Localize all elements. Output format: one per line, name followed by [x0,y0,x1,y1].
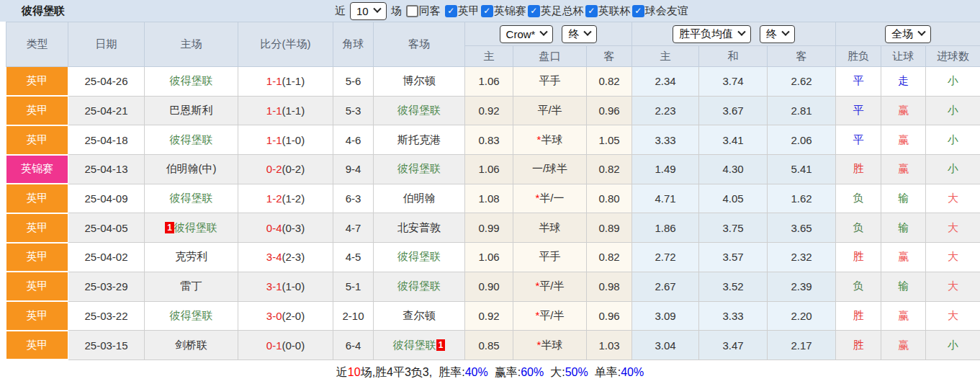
checkbox-checked-icon[interactable] [632,5,644,17]
result-handicap: 赢 [898,250,909,262]
result-goals: 大 [948,192,958,204]
result-wdl: 平 [853,133,864,146]
home-team-name[interactable]: 巴恩斯利 [170,104,213,116]
halftime-score: (0-2) [282,163,305,175]
euro-draw-odds-cell: 3.67 [699,96,768,125]
result-wdl: 胜 [853,162,864,174]
corner-cell: 5-3 [333,96,374,125]
summary-stat-value: 50% [565,366,588,379]
result-goals: 小 [948,104,958,116]
date-cell: 25-03-15 [68,331,145,360]
euro-home-odds-cell: 2.34 [632,67,699,97]
result-wdl-cell: 胜 [836,301,881,331]
league-type-cell: 英甲 [6,243,68,272]
handicap-line-cell: 平手 [513,67,587,97]
away-team-name[interactable]: 彼得堡联 [397,104,441,116]
checkbox-checked-icon[interactable] [481,5,493,17]
same-opponent-checkbox-item[interactable]: 同客 [406,4,441,18]
away-team-name[interactable]: 彼得堡联 [397,280,441,292]
league-checkbox-item[interactable]: 球会友谊 [632,4,688,18]
table-row: 英甲 25-04-18 彼得堡联 1-1(1-0) 4-6 斯托克港 0.83 … [6,125,980,155]
chevron-down-icon [781,28,789,36]
league-label: 英锦赛 [494,4,526,18]
scope-select-group: 全场 [836,22,980,46]
away-team-name[interactable]: 彼得堡联 [393,339,436,351]
checkbox-checked-icon[interactable] [528,5,540,17]
result-handicap-cell: 赢 [881,331,926,360]
result-handicap-cell: 赢 [881,96,926,125]
handicap-line: 半球 [539,221,561,233]
bookmaker-select[interactable]: Crow* [500,25,554,43]
team-title: 彼得堡联 [22,4,65,18]
euro-away-odds-cell: 2.62 [768,67,836,97]
league-checkbox-item[interactable]: 英联杯 [585,4,631,18]
away-team-cell: 彼得堡联 [374,155,465,184]
date-cell: 25-03-29 [68,272,145,301]
home-team-name[interactable]: 彼得堡联 [170,133,213,146]
league-checkbox-item[interactable]: 英锦赛 [481,4,526,18]
home-team-name[interactable]: 彼得堡联 [174,221,217,233]
result-wdl: 胜 [853,309,864,321]
summary-record: 场,胜4平3负3, [361,365,433,380]
euro-home-odds-cell: 2.23 [632,96,699,125]
league-checkbox-item[interactable]: 英甲 [445,4,480,18]
odds-average-select[interactable]: 胜平负均值 [673,25,751,43]
handicap-away-odds-cell: 0.89 [587,213,632,243]
corner-cell: 5-1 [333,272,374,301]
home-team-name[interactable]: 彼得堡联 [170,309,213,321]
home-team-name[interactable]: 克劳利 [175,250,207,262]
away-team-name[interactable]: 博尔顿 [403,74,436,86]
table-row: 英甲 25-03-22 彼得堡联 3-0(2-0) 2-10 查尔顿 0.92 … [6,301,980,331]
matches-count-value: 10 [356,5,369,17]
result-handicap-cell: 输 [881,184,926,213]
euro-away-odds-cell: 2.81 [768,96,836,125]
away-team-name[interactable]: 查尔顿 [403,309,436,321]
handicap-line-cell: *半/一 [513,184,587,213]
fulltime-score: 3-0 [266,310,282,322]
home-team-name[interactable]: 彼得堡联 [170,74,213,86]
results-table-body: 英甲 25-04-26 彼得堡联 1-1(1-1) 5-6 博尔顿 1.06 平… [6,67,980,360]
odds-time-select[interactable]: 终 [760,25,795,43]
summary-prefix: 近 [336,365,348,380]
halftime-score: (2-3) [282,251,305,263]
fulltime-score: 1-1 [266,134,282,146]
result-goals-cell: 大 [926,213,980,243]
corner-cell: 6-3 [333,184,374,213]
home-team-cell: 巴恩斯利 [145,96,238,125]
home-team-name[interactable]: 雷丁 [181,280,202,292]
league-label: 英甲 [458,4,480,18]
checkbox-unchecked-icon[interactable] [406,5,418,17]
home-team-name[interactable]: 彼得堡联 [170,192,213,204]
handicap-line: 平/半 [539,309,564,321]
away-team-name[interactable]: 彼得堡联 [397,162,441,174]
league-checkbox-item[interactable]: 英足总杯 [528,4,584,18]
away-team-name[interactable]: 斯托克港 [397,133,441,146]
table-row: 英甲 25-04-21 巴恩斯利 1-1(1-1) 5-3 彼得堡联 0.92 … [6,96,980,125]
header-handicap-home: 主 [465,46,513,67]
date-cell: 25-04-09 [68,184,145,213]
handicap-time-select[interactable]: 终 [562,25,597,43]
result-wdl: 负 [853,192,864,204]
handicap-line: 平手 [539,250,561,262]
matches-count-select[interactable]: 10 [350,2,387,20]
handicap-line: 一/球半 [532,162,567,174]
away-team-name[interactable]: 伯明翰 [403,192,436,204]
away-team-name[interactable]: 彼得堡联 [397,250,441,262]
handicap-away-odds-cell: 0.96 [587,96,632,125]
scope-select[interactable]: 全场 [885,25,931,43]
checkbox-checked-icon[interactable] [445,5,457,17]
away-team-cell: 彼得堡联 [374,243,465,272]
result-goals: 大 [948,250,958,262]
result-wdl-cell: 负 [836,184,881,213]
result-wdl-cell: 负 [836,213,881,243]
handicap-home-odds-cell: 0.92 [465,301,513,331]
home-team-cell: 1彼得堡联 [145,213,238,243]
result-handicap-cell: 输 [881,272,926,301]
euro-draw-odds-cell: 3.47 [699,331,768,360]
halftime-score: (0-0) [282,339,305,352]
checkbox-checked-icon[interactable] [585,5,598,17]
handicap-away-odds-cell: 1.03 [587,331,632,360]
home-team-name[interactable]: 剑桥联 [175,339,207,351]
away-team-name[interactable]: 北安普敦 [397,221,441,233]
home-team-name[interactable]: 伯明翰(中) [166,162,217,174]
